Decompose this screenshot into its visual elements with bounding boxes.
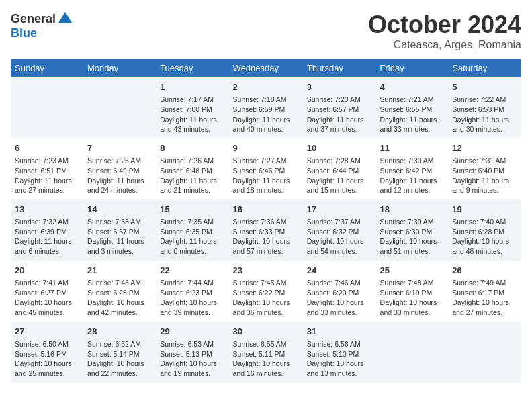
day-number: 20 [15,265,79,277]
logo-blue: Blue [11,26,37,40]
day-info: Sunset: 6:55 PM [380,105,445,115]
day-info: Sunrise: 7:37 AM [307,217,372,227]
weekday-header: Monday [83,59,156,77]
calendar-cell: 29Sunrise: 6:53 AMSunset: 5:13 PMDayligh… [156,322,228,383]
day-info: Sunset: 6:19 PM [380,288,445,298]
day-info: Daylight: 10 hours and 13 minutes. [307,359,372,378]
calendar-cell: 11Sunrise: 7:30 AMSunset: 6:42 PMDayligh… [376,138,449,199]
calendar-cell: 5Sunrise: 7:22 AMSunset: 6:53 PMDaylight… [448,77,521,138]
weekday-header: Saturday [448,59,521,77]
day-info: Sunrise: 6:52 AM [87,339,152,349]
day-number: 5 [452,81,517,93]
day-info: Sunset: 6:59 PM [233,105,299,115]
calendar-cell: 13Sunrise: 7:32 AMSunset: 6:39 PMDayligh… [11,199,83,261]
day-info: Sunset: 6:32 PM [307,227,372,237]
calendar-cell: 7Sunrise: 7:25 AMSunset: 6:49 PMDaylight… [83,138,156,199]
calendar-cell: 8Sunrise: 7:26 AMSunset: 6:48 PMDaylight… [156,138,228,199]
day-number: 23 [233,265,299,277]
day-number: 13 [15,203,79,216]
day-number: 25 [380,265,445,277]
day-info: Daylight: 11 hours and 3 minutes. [87,236,152,256]
day-info: Sunset: 5:10 PM [307,349,372,359]
day-info: Sunset: 6:51 PM [15,166,79,176]
day-info: Daylight: 11 hours and 43 minutes. [160,115,224,134]
day-info: Daylight: 10 hours and 19 minutes. [160,359,224,378]
day-number: 4 [380,81,445,93]
calendar-cell: 6Sunrise: 7:23 AMSunset: 6:51 PMDaylight… [11,138,83,199]
day-number: 28 [87,326,152,338]
day-info: Daylight: 10 hours and 30 minutes. [380,298,445,317]
day-info: Sunrise: 7:35 AM [160,217,224,227]
day-info: Daylight: 11 hours and 0 minutes. [160,236,224,256]
day-info: Sunset: 6:33 PM [233,227,299,237]
day-info: Daylight: 11 hours and 33 minutes. [380,115,445,134]
day-info: Daylight: 11 hours and 30 minutes. [452,115,517,134]
day-info: Sunrise: 7:44 AM [160,278,224,288]
day-info: Daylight: 11 hours and 9 minutes. [452,176,517,195]
calendar-cell: 1Sunrise: 7:17 AMSunset: 7:00 PMDaylight… [156,77,228,138]
calendar-cell: 17Sunrise: 7:37 AMSunset: 6:32 PMDayligh… [303,199,376,261]
day-info: Daylight: 10 hours and 16 minutes. [233,359,299,378]
day-info: Sunrise: 7:30 AM [380,156,445,166]
calendar-cell: 30Sunrise: 6:55 AMSunset: 5:11 PMDayligh… [229,322,303,383]
day-info: Daylight: 11 hours and 21 minutes. [160,176,224,195]
day-info: Daylight: 10 hours and 51 minutes. [380,236,445,256]
weekday-header: Friday [376,59,449,77]
day-info: Daylight: 11 hours and 18 minutes. [233,176,299,195]
day-info: Sunrise: 7:41 AM [15,278,79,288]
day-info: Sunset: 5:13 PM [160,349,224,359]
day-info: Sunrise: 6:55 AM [233,339,299,349]
logo-general: General [11,13,56,25]
day-info: Sunrise: 7:22 AM [452,95,517,105]
calendar-cell: 26Sunrise: 7:49 AMSunset: 6:17 PMDayligh… [448,261,521,322]
day-info: Sunrise: 7:23 AM [15,156,79,166]
calendar-week-row: 27Sunrise: 6:50 AMSunset: 5:16 PMDayligh… [11,322,521,383]
weekday-header: Tuesday [156,59,228,77]
day-info: Daylight: 11 hours and 40 minutes. [233,115,299,134]
day-info: Sunset: 6:22 PM [233,288,299,298]
day-number: 10 [307,142,372,154]
page-header: General Blue October 2024 Cateasca, Arge… [11,11,521,51]
day-info: Sunrise: 6:50 AM [15,339,79,349]
calendar-cell [376,322,449,383]
day-number: 9 [233,142,299,154]
day-info: Sunset: 6:17 PM [452,288,517,298]
day-number: 14 [87,203,152,216]
day-info: Sunset: 6:40 PM [452,166,517,176]
day-info: Daylight: 10 hours and 25 minutes. [15,359,79,378]
calendar-cell [83,77,156,138]
calendar-cell: 25Sunrise: 7:48 AMSunset: 6:19 PMDayligh… [376,261,449,322]
day-info: Sunset: 6:25 PM [87,288,152,298]
weekday-header: Wednesday [229,59,303,77]
day-info: Daylight: 10 hours and 36 minutes. [233,298,299,317]
day-number: 22 [160,265,224,277]
calendar-week-row: 20Sunrise: 7:41 AMSunset: 6:27 PMDayligh… [11,261,521,322]
day-info: Sunset: 7:00 PM [160,105,224,115]
calendar-week-row: 1Sunrise: 7:17 AMSunset: 7:00 PMDaylight… [11,77,521,138]
day-info: Daylight: 10 hours and 22 minutes. [87,359,152,378]
day-number: 15 [160,203,224,216]
day-number: 27 [15,326,79,338]
day-info: Sunset: 6:20 PM [307,288,372,298]
page-subtitle: Cateasca, Arges, Romania [368,39,521,51]
day-info: Daylight: 11 hours and 15 minutes. [307,176,372,195]
day-info: Daylight: 10 hours and 33 minutes. [307,298,372,317]
day-info: Daylight: 10 hours and 54 minutes. [307,236,372,256]
logo: General Blue [11,11,73,40]
calendar-cell: 4Sunrise: 7:21 AMSunset: 6:55 PMDaylight… [376,77,449,138]
day-info: Daylight: 11 hours and 24 minutes. [87,176,152,195]
day-info: Sunset: 6:42 PM [380,166,445,176]
calendar-cell [448,322,521,383]
day-info: Sunset: 6:57 PM [307,105,372,115]
svg-marker-0 [58,12,72,23]
day-info: Sunrise: 7:40 AM [452,217,517,227]
day-info: Daylight: 10 hours and 39 minutes. [160,298,224,317]
calendar-cell: 2Sunrise: 7:18 AMSunset: 6:59 PMDaylight… [229,77,303,138]
day-info: Sunrise: 7:32 AM [15,217,79,227]
day-info: Sunrise: 7:26 AM [160,156,224,166]
day-number: 29 [160,326,224,338]
calendar-cell: 27Sunrise: 6:50 AMSunset: 5:16 PMDayligh… [11,322,83,383]
day-info: Sunset: 6:23 PM [160,288,224,298]
day-number: 6 [15,142,79,154]
logo-icon [57,11,73,27]
